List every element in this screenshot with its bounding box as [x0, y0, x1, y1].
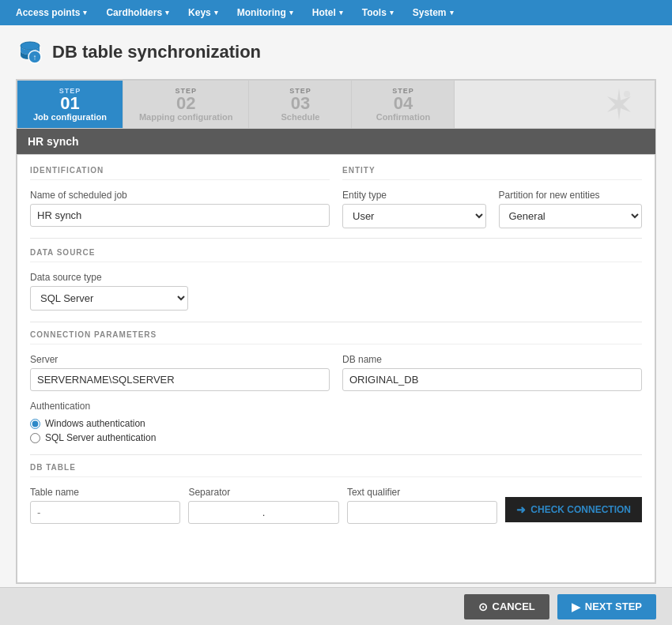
id-entity-panel: IDENTIFICATION Name of scheduled job ENT…	[30, 166, 642, 238]
table-name-label: Table name	[30, 487, 180, 498]
check-conn-wrapper: ➜ CHECK CONNECTION	[505, 497, 642, 524]
partition-group: Partition for new entities General Defau…	[499, 190, 643, 228]
cancel-icon: ⊙	[478, 601, 488, 613]
job-name-group: Name of scheduled job	[30, 190, 330, 227]
separator-group: Separator	[188, 487, 338, 524]
auth-radio-group: Windows authentication SQL Server authen…	[30, 418, 642, 443]
auth-sql-item[interactable]: SQL Server authentication	[30, 432, 642, 443]
identification-panel: IDENTIFICATION Name of scheduled job	[30, 166, 330, 238]
nav-keys-arrow: ▾	[214, 9, 218, 17]
auth-label: Authentication	[30, 401, 642, 412]
separator-input[interactable]	[188, 501, 338, 524]
step-01-name: Job configuration	[33, 112, 107, 122]
job-name-input[interactable]	[30, 204, 330, 227]
db-table-section: DB TABLE Table name Separator Text quali…	[30, 463, 642, 524]
section-title: HR synch	[28, 135, 79, 148]
check-connection-button[interactable]: ➜ CHECK CONNECTION	[505, 497, 642, 522]
table-name-group: Table name	[30, 487, 180, 524]
entity-title: ENTITY	[342, 166, 642, 180]
job-name-label: Name of scheduled job	[30, 190, 330, 201]
nav-system-arrow: ▾	[450, 9, 454, 17]
qualifier-group: Text qualifier	[347, 487, 497, 524]
step-04-number: 04	[394, 95, 413, 112]
table-name-input[interactable]	[30, 501, 180, 524]
entity-type-label: Entity type	[342, 190, 486, 201]
data-source-section: DATA SOURCE Data source type SQL Server …	[30, 248, 642, 311]
auth-windows-item[interactable]: Windows authentication	[30, 418, 642, 429]
entity-row: Entity type User Cardholder Visitor Part…	[342, 190, 642, 228]
data-source-title: DATA SOURCE	[30, 248, 642, 262]
entity-panel: ENTITY Entity type User Cardholder Visit…	[342, 166, 642, 238]
dbname-label: DB name	[342, 354, 642, 365]
check-conn-label: CHECK CONNECTION	[530, 504, 631, 515]
cancel-button[interactable]: ⊙ CANCEL	[464, 594, 549, 619]
nav-hotel[interactable]: Hotel ▾	[303, 0, 353, 25]
next-step-button[interactable]: ▶ NEXT STEP	[557, 594, 656, 619]
server-label: Server	[30, 354, 330, 365]
section-bar: HR synch	[17, 129, 655, 154]
nav-hotel-arrow: ▾	[339, 9, 343, 17]
partition-select[interactable]: General Default	[499, 204, 643, 228]
step-03-number: 03	[291, 95, 310, 112]
svg-point-0	[21, 42, 40, 50]
auth-group: Authentication Windows authentication SQ…	[30, 401, 642, 443]
page-icon: ↑	[16, 38, 44, 66]
next-label: NEXT STEP	[585, 601, 642, 612]
server-input[interactable]	[30, 368, 330, 391]
nav-access-points-arrow: ▾	[83, 9, 87, 17]
main-scrollable[interactable]: IDENTIFICATION Name of scheduled job ENT…	[17, 154, 655, 583]
step-tab-03[interactable]: STEP 03 Schedule	[249, 81, 352, 128]
auth-sql-label: SQL Server authentication	[45, 432, 156, 443]
connection-title: CONNECTION PARAMETERS	[30, 330, 642, 345]
connection-section: CONNECTION PARAMETERS Server DB name Aut…	[30, 330, 642, 443]
top-nav: Access points ▾ Cardholders ▾ Keys ▾ Mon…	[0, 0, 672, 25]
step-tab-04[interactable]: STEP 04 Confirmation	[352, 81, 455, 128]
nav-cardholders[interactable]: Cardholders ▾	[96, 0, 179, 25]
step-02-name: Mapping configuration	[139, 112, 233, 122]
inner-form: IDENTIFICATION Name of scheduled job ENT…	[17, 155, 655, 582]
step-02-number: 02	[176, 95, 195, 112]
page-title-row: ↑ DB table synchronization	[16, 38, 656, 66]
dbname-input[interactable]	[342, 368, 642, 391]
nav-access-points[interactable]: Access points ▾	[6, 0, 96, 25]
svg-point-3	[624, 91, 630, 97]
identification-title: IDENTIFICATION	[30, 166, 330, 180]
qualifier-input[interactable]	[347, 501, 497, 524]
datasource-type-select[interactable]: SQL Server Oracle MySQL CSV	[30, 286, 188, 311]
step-tab-02[interactable]: STEP 02 Mapping configuration	[123, 81, 250, 128]
server-group: Server	[30, 354, 330, 391]
db-table-row: Table name Separator Text qualifier	[30, 487, 642, 524]
auth-sql-radio[interactable]	[30, 433, 40, 443]
datasource-type-group: Data source type SQL Server Oracle MySQL…	[30, 272, 188, 311]
entity-type-select[interactable]: User Cardholder Visitor	[342, 204, 486, 228]
svg-text:↑: ↑	[33, 53, 37, 62]
check-conn-icon: ➜	[516, 503, 526, 516]
connection-row: Server DB name	[30, 354, 642, 391]
step-04-name: Confirmation	[376, 112, 430, 122]
nav-monitoring-arrow: ▾	[289, 9, 293, 17]
page-content: ↑ DB table synchronization STEP 01 Job c…	[0, 25, 672, 625]
db-table-title: DB TABLE	[30, 463, 642, 477]
qualifier-label: Text qualifier	[347, 487, 497, 498]
step-03-name: Schedule	[281, 112, 319, 122]
nav-tools[interactable]: Tools ▾	[353, 0, 403, 25]
nav-keys[interactable]: Keys ▾	[179, 0, 228, 25]
entity-type-group: Entity type User Cardholder Visitor	[342, 190, 486, 228]
separator-label: Separator	[188, 487, 338, 498]
step-tab-01[interactable]: STEP 01 Job configuration	[17, 81, 123, 128]
nav-monitoring[interactable]: Monitoring ▾	[228, 0, 303, 25]
auth-windows-radio[interactable]	[30, 419, 40, 429]
step-icon-area	[455, 81, 655, 128]
page-title: DB table synchronization	[52, 42, 261, 62]
nav-tools-arrow: ▾	[390, 9, 394, 17]
next-icon: ▶	[572, 601, 580, 613]
datasource-type-label: Data source type	[30, 272, 188, 283]
auth-windows-label: Windows authentication	[45, 418, 145, 429]
step-01-number: 01	[60, 95, 79, 112]
dbname-group: DB name	[342, 354, 642, 391]
bottom-bar: ⊙ CANCEL ▶ NEXT STEP	[0, 587, 672, 625]
nav-system[interactable]: System ▾	[403, 0, 463, 25]
steps-container: STEP 01 Job configuration STEP 02 Mappin…	[17, 80, 655, 129]
nav-cardholders-arrow: ▾	[165, 9, 169, 17]
partition-label: Partition for new entities	[499, 190, 643, 201]
